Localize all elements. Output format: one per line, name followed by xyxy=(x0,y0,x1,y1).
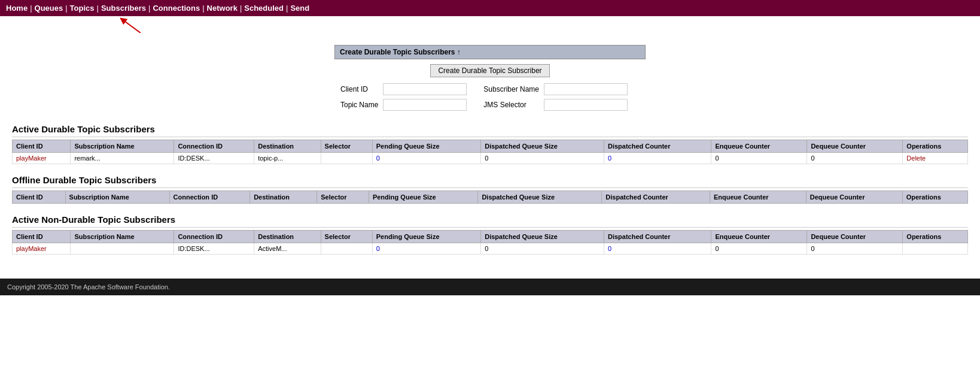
nav-sep-5: | xyxy=(202,4,204,13)
footer-text: Copyright 2005-2020 The Apache Software … xyxy=(7,283,170,291)
th-dequeue-counter-active: Dequeue Counter xyxy=(807,140,903,153)
nav-home[interactable]: Home xyxy=(6,4,28,13)
th-dispatched-counter-active: Dispatched Counter xyxy=(604,140,711,153)
client-id-label: Client ID xyxy=(340,85,378,93)
table-row: playMaker remark... ID:DESK... topic-p..… xyxy=(13,153,968,164)
footer: Copyright 2005-2020 The Apache Software … xyxy=(0,279,980,295)
delete-link[interactable]: Delete xyxy=(906,155,926,162)
cell-selector xyxy=(321,153,372,164)
arrow-container xyxy=(0,16,980,33)
th-dequeue-counter-offline: Dequeue Counter xyxy=(806,191,902,204)
cell-dispatched-counter: 0 xyxy=(604,153,711,164)
th-enqueue-counter-offline: Enqueue Counter xyxy=(710,191,806,204)
cell-enqueue-counter: 0 xyxy=(711,243,807,255)
client-id-input[interactable] xyxy=(383,83,467,95)
jms-selector-input[interactable] xyxy=(544,99,628,111)
create-title-bar: Create Durable Topic Subscribers ↑ xyxy=(334,45,646,59)
th-destination-nondurable: Destination xyxy=(254,231,321,243)
topic-name-input[interactable] xyxy=(383,99,467,111)
th-destination-active: Destination xyxy=(254,140,321,153)
th-subscription-name-nondurable: Subscription Name xyxy=(71,231,174,243)
th-selector-nondurable: Selector xyxy=(321,231,372,243)
nav-sep-1: | xyxy=(30,4,32,13)
th-dispatched-queue-size-nondurable: Dispatched Queue Size xyxy=(481,231,604,243)
cell-enqueue-counter: 0 xyxy=(711,153,807,164)
th-connection-id-active: Connection ID xyxy=(174,140,254,153)
nav-send[interactable]: Send xyxy=(290,4,309,13)
cell-pending-queue-size: 0 xyxy=(372,153,480,164)
cell-connection-id: ID:DESK... xyxy=(174,153,254,164)
client-id-link[interactable]: playMaker xyxy=(16,245,47,252)
offline-durable-table: Client ID Subscription Name Connection I… xyxy=(12,190,968,204)
cell-destination: topic-p... xyxy=(254,153,321,164)
th-connection-id-nondurable: Connection ID xyxy=(174,231,254,243)
th-operations-nondurable: Operations xyxy=(903,231,968,243)
nav-queues[interactable]: Queues xyxy=(35,4,63,13)
th-dispatched-queue-size-active: Dispatched Queue Size xyxy=(481,140,604,153)
cell-dispatched-counter: 0 xyxy=(604,243,711,255)
cell-destination: ActiveM... xyxy=(254,243,321,255)
th-operations-active: Operations xyxy=(903,140,968,153)
th-subscription-name-offline: Subscription Name xyxy=(65,191,169,204)
red-arrow-icon xyxy=(111,16,147,33)
nav-scheduled[interactable]: Scheduled xyxy=(244,4,284,13)
th-dispatched-counter-offline: Dispatched Counter xyxy=(602,191,710,204)
cell-operations xyxy=(903,243,968,255)
create-durable-topic-subscriber-button[interactable]: Create Durable Topic Subscriber xyxy=(430,64,549,77)
cell-connection-id: ID:DESK... xyxy=(174,243,254,255)
th-subscription-name-active: Subscription Name xyxy=(71,140,174,153)
main-content: Create Durable Topic Subscribers ↑ Creat… xyxy=(0,33,980,267)
create-form-section: Create Durable Topic Subscribers ↑ Creat… xyxy=(334,45,646,113)
subscriber-name-input[interactable] xyxy=(544,83,628,95)
navbar: Home | Queues | Topics | Subscribers | C… xyxy=(0,0,980,16)
offline-durable-section-header: Offline Durable Topic Subscribers xyxy=(12,175,968,188)
topic-name-label: Topic Name xyxy=(340,101,378,109)
active-nondurable-section-header: Active Non-Durable Topic Subscribers xyxy=(12,214,968,228)
nav-sep-7: | xyxy=(286,4,288,13)
active-nondurable-header-row: Client ID Subscription Name Connection I… xyxy=(13,231,968,243)
cell-operations: Delete xyxy=(903,153,968,164)
nav-subscribers[interactable]: Subscribers xyxy=(101,4,146,13)
th-enqueue-counter-nondurable: Enqueue Counter xyxy=(711,231,807,243)
cell-subscription-name: remark... xyxy=(71,153,174,164)
th-operations-offline: Operations xyxy=(902,191,967,204)
cell-dispatched-queue-size: 0 xyxy=(481,153,604,164)
cell-dequeue-counter: 0 xyxy=(807,243,903,255)
th-enqueue-counter-active: Enqueue Counter xyxy=(711,140,807,153)
active-nondurable-table: Client ID Subscription Name Connection I… xyxy=(12,230,968,255)
nav-topics[interactable]: Topics xyxy=(70,4,95,13)
nav-sep-4: | xyxy=(148,4,150,13)
th-dispatched-counter-nondurable: Dispatched Counter xyxy=(604,231,711,243)
offline-durable-header-row: Client ID Subscription Name Connection I… xyxy=(13,191,968,204)
table-row: playMaker ID:DESK... ActiveM... 0 0 0 0 … xyxy=(13,243,968,255)
nav-sep-3: | xyxy=(97,4,99,13)
th-connection-id-offline: Connection ID xyxy=(169,191,250,204)
cell-client-id: playMaker xyxy=(13,153,71,164)
client-id-link[interactable]: playMaker xyxy=(16,155,47,162)
th-dispatched-queue-size-offline: Dispatched Queue Size xyxy=(478,191,602,204)
svg-line-1 xyxy=(123,20,141,33)
nav-connections[interactable]: Connections xyxy=(153,4,200,13)
th-client-id-nondurable: Client ID xyxy=(13,231,71,243)
th-pending-queue-size-offline: Pending Queue Size xyxy=(369,191,478,204)
nav-sep-2: | xyxy=(65,4,67,13)
create-title: Create Durable Topic Subscribers ↑ xyxy=(340,48,461,56)
jms-selector-label: JMS Selector xyxy=(483,101,539,109)
create-btn-row: Create Durable Topic Subscriber xyxy=(334,64,646,77)
th-dequeue-counter-nondurable: Dequeue Counter xyxy=(807,231,903,243)
cell-dispatched-queue-size: 0 xyxy=(481,243,604,255)
active-durable-section-header: Active Durable Topic Subscribers xyxy=(12,124,968,137)
th-pending-queue-size-active: Pending Queue Size xyxy=(372,140,480,153)
active-durable-header-row: Client ID Subscription Name Connection I… xyxy=(13,140,968,153)
th-client-id-offline: Client ID xyxy=(13,191,66,204)
cell-client-id: playMaker xyxy=(13,243,71,255)
active-durable-table: Client ID Subscription Name Connection I… xyxy=(12,140,968,164)
subscriber-name-label: Subscriber Name xyxy=(483,85,539,93)
cell-subscription-name xyxy=(71,243,174,255)
th-pending-queue-size-nondurable: Pending Queue Size xyxy=(372,231,480,243)
th-selector-offline: Selector xyxy=(317,191,369,204)
th-destination-offline: Destination xyxy=(250,191,317,204)
th-selector-active: Selector xyxy=(321,140,372,153)
nav-network[interactable]: Network xyxy=(207,4,238,13)
nav-sep-6: | xyxy=(240,4,242,13)
